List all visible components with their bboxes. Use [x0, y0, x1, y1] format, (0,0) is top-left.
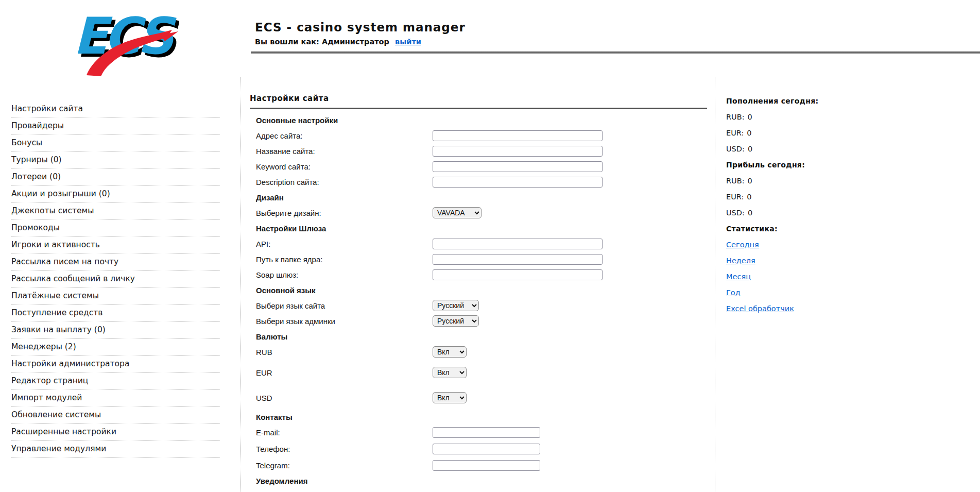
panel-title: Настройки сайта — [250, 93, 707, 109]
design-select[interactable]: VAVADA — [433, 207, 482, 218]
site-name-input[interactable] — [433, 146, 603, 157]
stats-link-month[interactable]: Месяц — [726, 273, 751, 281]
deposit-rub: RUB:0 — [726, 109, 875, 125]
usd-select[interactable]: Вкл — [433, 392, 467, 403]
phone-input[interactable] — [433, 444, 540, 454]
form-row: Soap шлюз: — [250, 267, 707, 282]
stats-sidebar: Пополнения сегодня: RUB:0 EUR:0 USD:0 Пр… — [726, 93, 875, 316]
section-design: Дизайн — [250, 193, 284, 202]
stats-link-week[interactable]: Неделя — [726, 257, 755, 265]
stats-link-today[interactable]: Сегодня — [726, 241, 759, 249]
field-label-site-description: Description сайта: — [250, 178, 433, 186]
sidebar-menu: Настройки сайта Провайдеры Бонусы Турнир… — [11, 100, 220, 457]
sidebar-item-managers[interactable]: Менеджеры (2) — [11, 338, 220, 355]
sidebar-item-players-activity[interactable]: Игроки и активность — [11, 236, 220, 253]
section-notifications: Уведомления — [250, 477, 307, 485]
form-row: Description сайта: — [250, 174, 707, 190]
site-settings-panel: Настройки сайта Основные настройки Адрес… — [250, 93, 707, 492]
rub-select[interactable]: Вкл — [433, 346, 467, 358]
site-language-select[interactable]: Русский — [433, 300, 479, 311]
section-main-language: Основной язык — [250, 286, 316, 295]
field-label-design: Выберите дизайн: — [250, 209, 433, 217]
profit-today-title: Прибыль сегодня: — [726, 157, 875, 173]
sidebar-item-bonuses[interactable]: Бонусы — [11, 134, 220, 151]
eur-select[interactable]: Вкл — [433, 367, 467, 378]
login-user: Администратор — [322, 38, 389, 46]
field-label-site-language: Выбери язык сайта — [250, 301, 433, 310]
sidebar-item-incoming-funds[interactable]: Поступление средств — [11, 304, 220, 321]
sidebar-item-payout-requests[interactable]: Заявки на выплату (0) — [11, 321, 220, 338]
deposit-eur: EUR:0 — [726, 125, 875, 141]
form-row: RUB Вкл — [250, 344, 707, 360]
header-divider — [251, 52, 980, 54]
field-label-email: E-mail: — [250, 428, 433, 437]
sidebar-item-system-update[interactable]: Обновление системы — [11, 406, 220, 423]
field-label-soap-gateway: Soap шлюз: — [250, 270, 433, 279]
stats-link-excel[interactable]: Excel обработчик — [726, 304, 794, 313]
form-row: Telegram: — [250, 457, 707, 473]
section-contacts: Контакты — [250, 413, 293, 421]
field-label-site-address: Адрес сайта: — [250, 131, 433, 140]
section-currencies: Валюты — [250, 332, 287, 341]
sidebar-item-module-management[interactable]: Управление модулями — [11, 440, 220, 457]
admin-language-select[interactable]: Русский — [433, 315, 479, 327]
api-input[interactable] — [433, 239, 603, 249]
form-row: При пополнение счета: — [250, 488, 707, 492]
sidebar-item-pm-mailing[interactable]: Рассылка сообщений в личку — [11, 270, 220, 287]
field-label-eur: EUR — [250, 368, 433, 377]
form-row: Адрес сайта: — [250, 128, 707, 143]
profit-rub: RUB:0 — [726, 173, 875, 189]
field-label-site-keyword: Keyword сайта: — [250, 162, 433, 171]
deposits-today-title: Пополнения сегодня: — [726, 93, 875, 109]
sidebar-item-promocodes[interactable]: Промокоды — [11, 219, 220, 236]
field-label-site-name: Название сайта: — [250, 147, 433, 156]
email-input[interactable] — [433, 427, 540, 438]
field-label-telegram: Telegram: — [250, 461, 433, 470]
login-status: Вы вошли как: Администратор выйти — [255, 38, 466, 46]
section-gateway-settings: Настройки Шлюза — [250, 224, 326, 233]
form-row: API: — [250, 236, 707, 251]
statistics-title: Статистика: — [726, 220, 875, 236]
sidebar-item-admin-settings[interactable]: Настройки администратора — [11, 355, 220, 372]
field-label-api: API: — [250, 240, 433, 248]
profit-usd: USD:0 — [726, 205, 875, 220]
logout-link[interactable]: выйти — [395, 38, 421, 46]
page-title: ECS - casino system manager — [255, 21, 466, 34]
sidebar-item-providers[interactable]: Провайдеры — [11, 117, 220, 134]
sidebar-item-payment-systems[interactable]: Платёжные системы — [11, 287, 220, 304]
field-label-admin-language: Выбери язык админки — [250, 317, 433, 326]
login-prefix: Вы вошли как: — [255, 38, 319, 46]
form-row: Телефон: — [250, 441, 707, 456]
sidebar-item-promotions[interactable]: Акции и розыгрыши (0) — [11, 185, 220, 202]
sidebar-item-lotteries[interactable]: Лотереи (0) — [11, 168, 220, 185]
deposit-usd: USD:0 — [726, 141, 875, 157]
right-column-divider — [715, 77, 715, 492]
sidebar-item-site-settings[interactable]: Настройки сайта — [11, 100, 220, 117]
soap-gateway-input[interactable] — [433, 269, 603, 280]
form-row: USD Вкл — [250, 390, 707, 405]
site-address-input[interactable] — [433, 130, 603, 141]
section-basic-settings: Основные настройки — [250, 116, 338, 125]
form-row: E-mail: — [250, 425, 707, 440]
core-folder-path-input[interactable] — [433, 254, 603, 265]
form-row: Keyword сайта: — [250, 159, 707, 174]
sidebar-item-jackpots[interactable]: Джекпоты системы — [11, 202, 220, 219]
sidebar-item-email-mailing[interactable]: Рассылка писем на почту — [11, 253, 220, 270]
field-label-phone: Телефон: — [250, 445, 433, 453]
form-row: Выбери язык сайта Русский — [250, 298, 707, 313]
field-label-usd: USD — [250, 394, 433, 402]
ecs-logo-icon: ECS ECS — [71, 9, 179, 79]
sidebar-item-page-editor[interactable]: Редактор страниц — [11, 372, 220, 389]
field-label-core-path: Путь к папке ядра: — [250, 255, 433, 264]
sidebar-item-advanced-settings[interactable]: Расширенные настройки — [11, 423, 220, 440]
form-row: Выберите дизайн: VAVADA — [250, 205, 707, 220]
sidebar-item-tournaments[interactable]: Турниры (0) — [11, 151, 220, 168]
field-label-rub: RUB — [250, 348, 433, 357]
profit-eur: EUR:0 — [726, 189, 875, 205]
site-description-input[interactable] — [433, 177, 603, 188]
telegram-input[interactable] — [433, 460, 540, 471]
site-keyword-input[interactable] — [433, 161, 603, 172]
stats-link-year[interactable]: Год — [726, 289, 741, 297]
sidebar-item-module-import[interactable]: Импорт модулей — [11, 389, 220, 406]
form-row: Путь к папке ядра: — [250, 251, 707, 267]
